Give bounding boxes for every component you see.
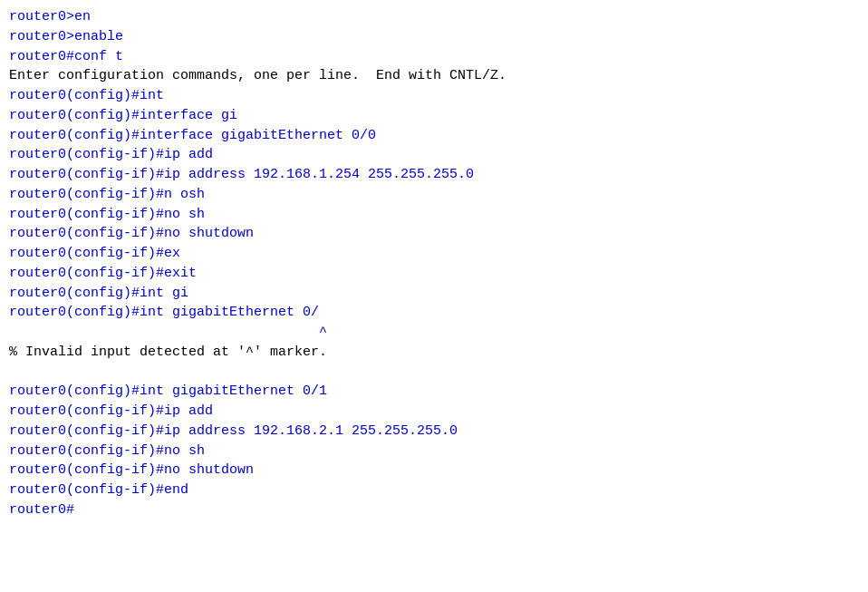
terminal-line: router0(config-if)#no sh [9, 442, 859, 461]
terminal-line: ^ [9, 323, 859, 343]
terminal-line: router0>en [9, 7, 859, 27]
terminal-line: router0(config-if)#ex [9, 244, 859, 264]
terminal-line: router0# [9, 500, 859, 520]
terminal-line: router0(config-if)#no shutdown [9, 224, 859, 244]
terminal-line: router0(config)#int gi [9, 284, 859, 304]
terminal-line: router0(config-if)#ip address 192.168.2.… [9, 422, 859, 442]
terminal-line: router0(config-if)#exit [9, 264, 859, 284]
terminal-line: router0(config)#int gigabitEthernet 0/ [9, 303, 859, 323]
terminal-line: % Invalid input detected at '^' marker. [9, 343, 859, 363]
terminal-line: router0(config)#int gigabitEthernet 0/1 [9, 382, 859, 402]
terminal-line: router0(config-if)#no sh [9, 205, 859, 225]
terminal-line: router0(config)#interface gigabitEtherne… [9, 126, 859, 146]
terminal-line: router0>enable [9, 27, 859, 47]
terminal-line: router0(config)#interface gi [9, 106, 859, 126]
terminal-line: router0(config-if)#n osh [9, 185, 859, 205]
terminal-line: router0(config-if)#end [9, 480, 859, 500]
terminal-line: Enter configuration commands, one per li… [9, 66, 859, 86]
terminal-line: router0(config-if)#ip address 192.168.1.… [9, 165, 859, 185]
terminal-line: router0#conf t [9, 47, 859, 67]
terminal-window: router0>enrouter0>enablerouter0#conf tEn… [0, 0, 868, 592]
terminal-line: router0(config-if)#ip add [9, 145, 859, 165]
terminal-line: router0(config)#int [9, 86, 859, 106]
terminal-line-empty [9, 363, 859, 383]
terminal-line: router0(config-if)#ip add [9, 402, 859, 422]
terminal-line: router0(config-if)#no shutdown [9, 461, 859, 480]
